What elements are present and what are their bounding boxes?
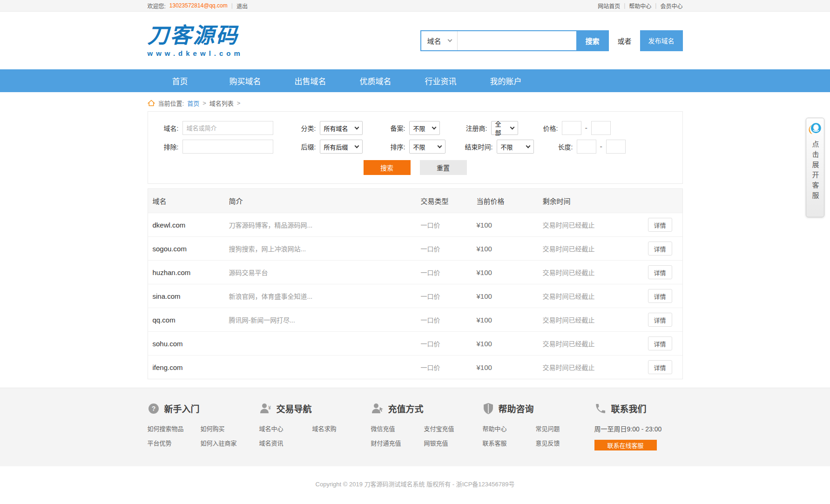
detail-button[interactable]: 详情: [648, 265, 672, 279]
nav-item-premium-domain[interactable]: 优质域名: [343, 69, 408, 92]
footer-link[interactable]: 域名资讯: [259, 438, 308, 447]
footer-link[interactable]: 微信充值: [371, 424, 419, 433]
footer-section-contact: 联系我们 周一至周日9:00 - 23:00 联系在线客服: [594, 402, 662, 450]
cell-time: 交易时间已经截止: [543, 363, 648, 372]
nav-item-my-account[interactable]: 我的账户: [473, 69, 539, 92]
topbar-link-home[interactable]: 网站首页: [598, 2, 620, 10]
breadcrumb-home-link[interactable]: 首页: [187, 99, 199, 108]
search-category-select[interactable]: 域名: [421, 31, 458, 50]
nav-item-home[interactable]: 首页: [148, 69, 213, 92]
search-box: 域名 搜索: [420, 30, 609, 51]
exclude-filter-input[interactable]: [182, 140, 273, 154]
phone-icon: [594, 403, 607, 415]
filter-search-button[interactable]: 搜索: [364, 160, 411, 175]
footer-link[interactable]: 平台优势: [148, 438, 196, 447]
record-select-value: 不限: [413, 124, 425, 133]
nav-item-sell-domain[interactable]: 出售域名: [278, 69, 343, 92]
col-header-type: 交易类型: [421, 196, 477, 206]
publish-domain-button[interactable]: 发布域名: [640, 30, 683, 51]
breadcrumb: 当前位置: 首页 > 域名列表 >: [148, 99, 683, 108]
chevron-down-icon: [448, 37, 452, 42]
footer-link[interactable]: 意见反馈: [536, 438, 594, 447]
cell-desc: 新浪官网，体育盛事全知道...: [229, 291, 421, 301]
shield-icon: [483, 403, 494, 415]
cell-price: ¥100: [477, 221, 543, 229]
cell-time: 交易时间已经截止: [543, 315, 648, 324]
nav-item-industry-news[interactable]: 行业资讯: [408, 69, 473, 92]
category-filter-label: 分类:: [295, 123, 316, 133]
suffix-filter-label: 后缀:: [295, 142, 316, 151]
search-button[interactable]: 搜索: [576, 31, 608, 50]
topbar-link-member[interactable]: 会员中心: [660, 2, 682, 10]
registrar-filter-label: 注册商:: [459, 123, 487, 133]
endtime-select[interactable]: 不限: [497, 140, 534, 154]
nav-item-buy-domain[interactable]: 购买域名: [213, 69, 278, 92]
footer-link[interactable]: 域名求购: [312, 424, 371, 433]
contact-service-button[interactable]: 联系在线客服: [594, 440, 657, 450]
service-widget-text: 点击展开客服: [810, 141, 820, 202]
exclude-filter-label: 排除:: [155, 142, 179, 151]
range-separator: -: [600, 142, 602, 151]
record-select[interactable]: 不限: [409, 121, 440, 135]
footer-link[interactable]: 如何搜索物品: [148, 424, 196, 433]
chevron-down-icon: [354, 125, 359, 129]
chevron-down-icon: [437, 143, 442, 148]
service-hours: 周一至周日9:00 - 23:00: [594, 424, 662, 433]
site-logo[interactable]: 刀客源码 www.dkewl.com: [148, 25, 243, 57]
length-min-input[interactable]: [577, 140, 596, 154]
category-select[interactable]: 所有域名: [320, 121, 363, 135]
table-row: dkewl.com 刀客源码博客，精品源码网... 一口价 ¥100 交易时间已…: [148, 213, 682, 236]
footer-link[interactable]: 如何入驻商家: [201, 438, 259, 447]
price-min-input[interactable]: [562, 121, 581, 135]
detail-button[interactable]: 详情: [648, 242, 672, 255]
chevron-down-icon: [526, 143, 530, 148]
detail-button[interactable]: 详情: [648, 336, 672, 350]
cell-time: 交易时间已经截止: [543, 339, 648, 348]
footer-link[interactable]: 网银充值: [424, 438, 483, 447]
cell-domain: huzhan.com: [153, 269, 229, 276]
table-row: sina.com 新浪官网，体育盛事全知道... 一口价 ¥100 交易时间已经…: [148, 284, 682, 308]
customer-service-widget[interactable]: 点击展开客服: [806, 118, 824, 217]
cell-price: ¥100: [477, 316, 543, 324]
qq-icon: [808, 122, 822, 136]
footer-link[interactable]: 财付通充值: [371, 438, 419, 447]
footer-section-title: 帮助咨询: [499, 402, 534, 415]
footer-link[interactable]: 支付宝充值: [424, 424, 483, 433]
detail-button[interactable]: 详情: [648, 218, 672, 232]
detail-button[interactable]: 详情: [648, 313, 672, 327]
breadcrumb-current: 域名列表: [209, 99, 234, 108]
table-row: qq.com 腾讯网-新闻一网打尽... 一口价 ¥100 交易时间已经截止 详…: [148, 308, 682, 331]
footer-link[interactable]: 域名中心: [259, 424, 308, 433]
topbar-link-help[interactable]: 帮助中心: [629, 2, 651, 10]
cell-type: 一口价: [421, 339, 477, 348]
header: 刀客源码 www.dkewl.com 域名 搜索 或者 发布域名: [0, 12, 830, 69]
domain-filter-input[interactable]: [182, 121, 273, 135]
footer-link[interactable]: 常见问题: [536, 424, 594, 433]
search-input[interactable]: [458, 31, 576, 50]
logo-subtitle: www.dkewl.com: [148, 50, 243, 57]
separator: |: [624, 2, 625, 9]
cell-time: 交易时间已经截止: [543, 220, 648, 229]
cell-domain: dkewl.com: [153, 221, 229, 229]
footer-link[interactable]: 联系客服: [483, 438, 531, 447]
registrar-select[interactable]: 全部: [491, 121, 518, 135]
detail-button[interactable]: 详情: [648, 360, 672, 374]
footer-link[interactable]: 如何购买: [201, 424, 259, 433]
detail-button[interactable]: 详情: [648, 289, 672, 303]
cell-time: 交易时间已经截止: [543, 244, 648, 253]
price-max-input[interactable]: [591, 121, 611, 135]
length-filter-label: 长度:: [554, 142, 573, 151]
footer-link[interactable]: 帮助中心: [483, 424, 531, 433]
sort-select[interactable]: 不限: [409, 140, 445, 154]
footer-section-title: 充值方式: [388, 402, 424, 415]
svg-text:¥: ¥: [268, 405, 271, 410]
filter-reset-button[interactable]: 重置: [420, 160, 467, 175]
logout-link[interactable]: 退出: [236, 2, 248, 10]
cell-desc: 搜狗搜索，网上冲浪网站...: [229, 244, 421, 253]
suffix-select[interactable]: 所有后缀: [320, 140, 363, 154]
or-text: 或者: [617, 36, 631, 46]
length-max-input[interactable]: [606, 140, 626, 154]
table-header-row: 域名 简介 交易类型 当前价格 剩余时间: [148, 189, 682, 213]
breadcrumb-label: 当前位置:: [158, 99, 184, 108]
chevron-down-icon: [510, 125, 514, 129]
